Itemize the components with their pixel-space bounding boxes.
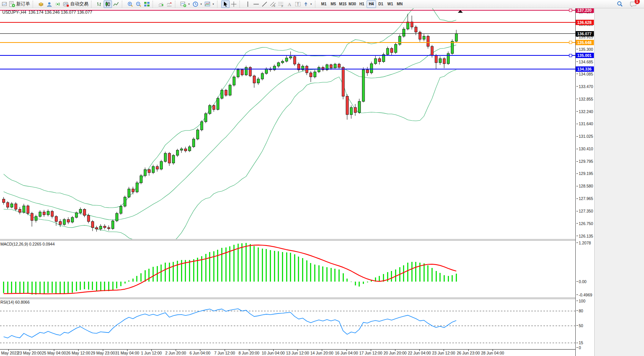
main-chart-canvas[interactable] (0, 8, 575, 239)
macd-canvas[interactable] (0, 241, 575, 298)
bollinger-band-line (4, 45, 457, 220)
trendline-button[interactable] (260, 0, 269, 8)
time-axis-label: 29 May 23:00 (91, 351, 115, 355)
price-tick-label: 131.640 (576, 121, 593, 126)
macd-histogram-bar (27, 282, 28, 294)
text-label-icon: T (295, 1, 301, 7)
candle (43, 210, 46, 217)
timeframe-button-m15[interactable]: M15 (338, 0, 348, 8)
time-axis-tick (8, 350, 9, 351)
price-tick-label: 128.580 (576, 184, 593, 188)
macd-histogram-bar (363, 282, 364, 284)
zoom-out-button[interactable] (134, 0, 143, 8)
timeframe-button-m5[interactable]: M5 (329, 0, 338, 8)
candle (342, 66, 345, 99)
tile-windows-button[interactable] (143, 0, 151, 8)
time-axis-tick (127, 350, 128, 351)
search-button[interactable] (616, 0, 624, 8)
cursor-button[interactable] (221, 0, 230, 8)
line-chart-button[interactable] (112, 0, 120, 8)
macd-histogram-bar (217, 250, 218, 282)
timeframe-button-mn[interactable]: MN (395, 0, 405, 8)
candle (217, 97, 219, 111)
price-tick-label: 131.025 (576, 134, 593, 139)
candlestick-chart-button[interactable] (104, 0, 112, 8)
candle (423, 34, 425, 41)
time-axis-label: 16 Jun 04:00 (335, 351, 358, 355)
search-icon (617, 1, 623, 7)
periods-button[interactable]: ▼ (191, 0, 203, 8)
candle (322, 66, 324, 71)
timeframe-button-w1[interactable]: W1 (386, 0, 395, 8)
time-axis-label: 13 Jun 12:00 (286, 351, 309, 355)
indicators-button[interactable]: ▼ (179, 0, 191, 8)
time-axis-tick (322, 350, 322, 351)
text-label-button[interactable]: T (294, 0, 302, 8)
auto-scroll-button[interactable] (157, 0, 165, 8)
line-handle[interactable] (569, 9, 572, 12)
candle (249, 66, 252, 77)
macd-histogram-bar (306, 260, 307, 282)
macd-histogram-bar (68, 282, 69, 293)
macd-histogram-bar (294, 254, 295, 282)
candle (314, 70, 316, 79)
candle (136, 181, 139, 193)
rsi-line (4, 309, 457, 338)
new-chart-button[interactable] (1, 0, 8, 8)
candle (253, 75, 256, 88)
timeframe-button-m30[interactable]: M30 (348, 0, 357, 8)
fibonacci-button[interactable]: F (277, 0, 285, 8)
time-axis-tick (493, 350, 493, 351)
timeframe-button-h1[interactable]: H1 (357, 0, 367, 8)
macd-histogram-bar (92, 282, 93, 290)
candle (257, 77, 260, 85)
macd-histogram-bar (331, 268, 332, 282)
macd-histogram-bar (15, 282, 16, 293)
line-handle[interactable] (569, 54, 572, 57)
community-button[interactable] (45, 0, 54, 8)
time-axis[interactable]: May 202223 May 20:0025 May 04:0026 May 1… (0, 349, 575, 356)
macd-histogram-bar (424, 263, 425, 282)
candle (370, 61, 373, 74)
macd-histogram-bar (100, 282, 101, 291)
arrows-button[interactable]: ▼ (302, 0, 313, 8)
horizontal-line-button[interactable] (252, 0, 260, 8)
text-button[interactable]: A (285, 0, 294, 8)
autotrading-button[interactable]: 自动交易 (62, 0, 90, 8)
metaeditor-button[interactable] (37, 0, 45, 8)
equidistant-channel-button[interactable]: E (269, 0, 277, 8)
line-handle[interactable] (569, 41, 572, 44)
timeframe-button-d1[interactable]: D1 (376, 0, 386, 8)
candle (197, 128, 199, 140)
new-order-button[interactable]: 新订单 (8, 0, 31, 8)
crosshair-button[interactable] (230, 0, 238, 8)
timeframe-button-h4[interactable]: H4 (367, 0, 376, 8)
timeframe-button-m1[interactable]: M1 (319, 0, 329, 8)
candle (140, 174, 143, 184)
vertical-line-button[interactable] (244, 0, 252, 8)
rsi-canvas[interactable] (0, 299, 575, 349)
rsi-axis-label: 80 (576, 309, 583, 313)
time-axis-label: 23 May 20:00 (17, 351, 42, 355)
price-axis[interactable]: 137.150136.530135.915135.300134.685134.0… (575, 8, 594, 356)
macd-histogram-bar (104, 282, 105, 291)
time-axis-label: 1 Jun 12:00 (141, 351, 162, 355)
chart-shift-icon (166, 1, 172, 7)
svg-text:E: E (274, 5, 276, 7)
zoom-in-button[interactable] (126, 0, 134, 8)
macd-histogram-bar (367, 282, 368, 282)
toolbar: 新订单 自动交易 (0, 0, 644, 8)
candle (95, 226, 98, 232)
time-axis-label: 23 Jun 12:00 (432, 351, 455, 355)
signals-button[interactable] (54, 0, 62, 8)
candle (358, 99, 361, 114)
macd-histogram-bar (403, 265, 404, 282)
macd-histogram-bar (44, 282, 45, 294)
candle (152, 165, 155, 174)
macd-histogram-bar (177, 261, 178, 282)
notifications-button[interactable]: 1 (629, 0, 638, 8)
bar-chart-button[interactable] (95, 0, 104, 8)
toolbar-right-group: 1 (616, 0, 644, 8)
templates-button[interactable]: ▼ (203, 0, 216, 8)
chart-shift-button[interactable] (165, 0, 173, 8)
